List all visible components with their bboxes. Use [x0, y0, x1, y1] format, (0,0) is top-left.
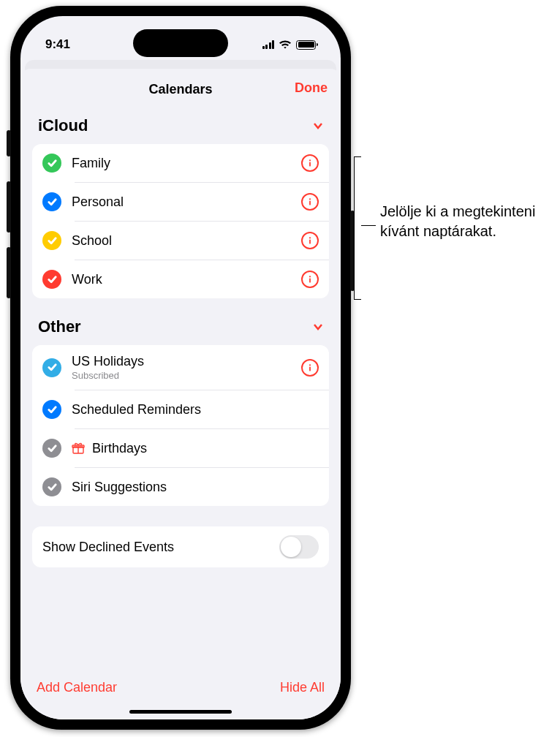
calendar-label: Birthdays — [92, 441, 319, 456]
icloud-group: Family Personal School — [32, 144, 329, 298]
home-indicator — [129, 710, 232, 714]
calendar-row-family[interactable]: Family — [32, 144, 329, 182]
calendar-row-birthdays[interactable]: Birthdays — [32, 429, 329, 467]
svg-rect-7 — [309, 279, 311, 283]
calendar-label: Family — [72, 156, 291, 171]
show-declined-toggle[interactable] — [279, 535, 319, 559]
section-title-icloud: iCloud — [38, 116, 88, 135]
wifi-icon — [279, 39, 292, 50]
calendar-row-personal[interactable]: Personal — [32, 183, 329, 221]
info-button[interactable] — [301, 193, 319, 211]
calendar-row-scheduled-reminders[interactable]: Scheduled Reminders — [32, 390, 329, 428]
calendar-label: US Holidays Subscribed — [72, 354, 291, 381]
calendar-row-us-holidays[interactable]: US Holidays Subscribed — [32, 345, 329, 390]
info-button[interactable] — [301, 271, 319, 288]
calendar-label: Personal — [72, 194, 291, 210]
show-declined-label: Show Declined Events — [42, 540, 269, 555]
calendar-label: School — [72, 233, 291, 249]
dynamic-island — [133, 29, 228, 57]
callout-text: Jelölje ki a megtekinteni kívánt naptára… — [380, 202, 556, 241]
gift-icon — [72, 442, 85, 455]
svg-rect-5 — [309, 240, 311, 244]
volume-down-button — [7, 247, 11, 298]
checkmark-icon[interactable] — [42, 400, 61, 419]
checkmark-icon[interactable] — [42, 192, 61, 211]
chevron-down-icon — [313, 322, 323, 332]
screen: 9:41 Calendars Done iCloud Family — [20, 16, 341, 719]
section-header-other[interactable]: Other — [32, 311, 329, 345]
chevron-down-icon — [313, 121, 323, 131]
volume-up-button — [7, 181, 11, 233]
hide-all-button[interactable]: Hide All — [280, 680, 325, 695]
silence-switch — [7, 130, 11, 156]
sheet-header: Calendars Done — [32, 78, 329, 110]
add-calendar-button[interactable]: Add Calendar — [37, 680, 117, 695]
show-declined-row[interactable]: Show Declined Events — [32, 526, 329, 567]
calendars-sheet: Calendars Done iCloud Family Personal — [20, 69, 341, 719]
svg-point-8 — [309, 364, 311, 366]
svg-rect-1 — [309, 162, 311, 167]
svg-point-2 — [309, 198, 311, 200]
calendar-row-work[interactable]: Work — [32, 260, 329, 298]
cellular-icon — [262, 40, 275, 49]
svg-rect-3 — [309, 201, 311, 205]
battery-icon — [296, 40, 316, 50]
bottom-toolbar: Add Calendar Hide All — [32, 670, 329, 703]
other-group: US Holidays Subscribed Scheduled Reminde… — [32, 345, 329, 506]
svg-point-4 — [309, 237, 311, 238]
checkmark-icon[interactable] — [42, 154, 61, 173]
info-button[interactable] — [301, 359, 319, 377]
sheet-title: Calendars — [148, 82, 212, 97]
section-header-icloud[interactable]: iCloud — [32, 110, 329, 144]
svg-point-6 — [309, 276, 311, 277]
status-right — [262, 39, 317, 50]
checkmark-icon[interactable] — [42, 477, 61, 496]
calendar-label: Siri Suggestions — [72, 480, 319, 495]
declined-group: Show Declined Events — [32, 526, 329, 567]
svg-rect-9 — [309, 366, 311, 371]
checkmark-icon[interactable] — [42, 231, 61, 250]
section-title-other: Other — [38, 317, 81, 336]
checkmark-icon[interactable] — [42, 439, 61, 458]
svg-point-0 — [309, 159, 311, 161]
checkmark-icon[interactable] — [42, 270, 61, 289]
info-button[interactable] — [301, 154, 319, 172]
done-button[interactable]: Done — [295, 80, 328, 96]
calendar-label: Scheduled Reminders — [72, 402, 319, 417]
iphone-frame: 9:41 Calendars Done iCloud Family — [10, 6, 351, 730]
checkmark-icon[interactable] — [42, 358, 61, 377]
status-time: 9:41 — [45, 37, 70, 52]
calendar-label: Work — [72, 272, 291, 287]
calendar-row-siri-suggestions[interactable]: Siri Suggestions — [32, 468, 329, 506]
info-button[interactable] — [301, 232, 319, 249]
calendar-row-school[interactable]: School — [32, 222, 329, 260]
